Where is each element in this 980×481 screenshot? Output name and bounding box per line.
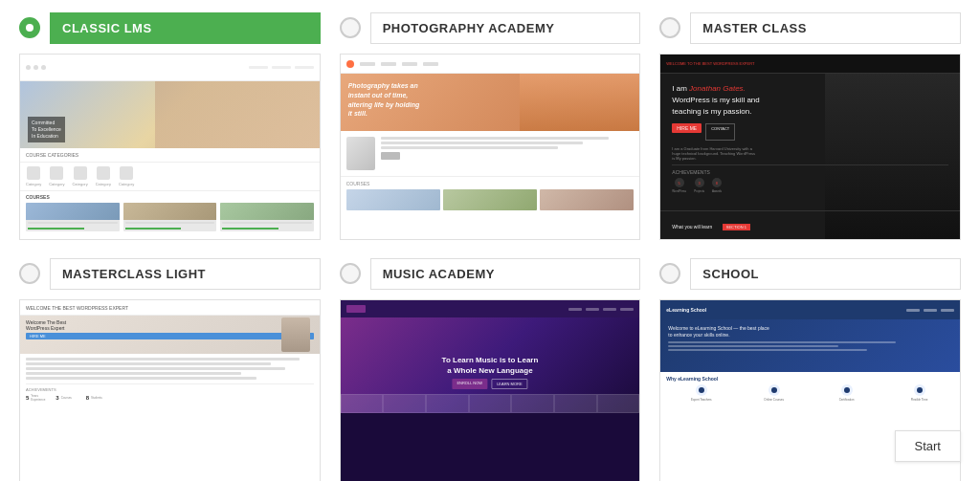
photo-courses-title: COURSES [346,181,635,186]
classic-course-2 [123,203,217,231]
master-icons-row: 5 WordPress 3 Projects 8 Awards [672,178,948,193]
school-logo: eLearning School [666,307,706,313]
master-achievements-label: ACHIEVEMENTS [672,169,948,175]
master-bottom-text: What you will learn [672,224,712,230]
template-label-photography-academy[interactable]: PHOTOGRAPHY ACADEMY [370,12,641,44]
school-hero-lines [668,341,952,351]
radio-master-class[interactable] [659,17,680,38]
photo-founder-section [341,131,640,177]
music-learn-button: LEARN MORE [491,379,527,389]
photo-signature [381,152,400,160]
mclight-ach-2: 3 Courses [56,394,79,402]
template-header-master-class: MASTER CLASS [659,10,961,46]
mclight-ach-1: 5 Years Experience [26,394,50,402]
school-hero: Welcome to eLearning School — the best p… [660,319,960,372]
classic-categories-label: COURSE CATEGORIES [20,148,320,163]
master-bottom: What you will learn SECTION 1 [660,210,960,236]
radio-photography-academy[interactable] [340,17,361,38]
school-feature-4: Flexible Time [884,384,954,402]
school-why-title: Why eLearning School [666,376,954,382]
mclight-hero-title: Welcome The BestWordPress Expert [26,319,314,331]
template-header-school: SCHOOL [659,255,961,292]
radio-masterclass-light[interactable] [19,263,40,284]
mclight-hero: Welcome The BestWordPress Expert HIRE ME [20,316,320,354]
music-logo [346,305,366,313]
photo-courses-section: COURSES [341,177,640,214]
mclight-hire-button: HIRE ME [26,333,314,339]
mclight-hero-content: Welcome The BestWordPress Expert HIRE ME [20,316,320,343]
music-enroll-button: ENROLL NOW [452,379,487,389]
template-label-music-academy[interactable]: MUSIC ACADEMY [370,258,641,290]
template-preview-master-class: WELCOME TO THE BEST WORDPRESS EXPERT I a… [659,54,961,240]
start-button[interactable]: Start [895,430,961,462]
school-nav [710,309,954,312]
template-header-masterclass-light: MASTERCLASS LIGHT [19,255,321,292]
template-item-photography-academy[interactable]: PHOTOGRAPHY ACADEMY Photography takes an… [340,10,641,240]
template-item-music-academy[interactable]: MUSIC ACADEMY To Learn Music is to Learn… [340,255,641,481]
mclight-achievements-row: 5 Years Experience 3 Courses 8 Students [26,394,314,402]
classic-course-1 [26,203,120,231]
template-label-masterclass-light[interactable]: MASTERCLASS LIGHT [50,258,321,290]
template-item-masterclass-light[interactable]: MASTERCLASS LIGHT WELCOME THE BEST WORDP… [19,255,321,481]
classic-course-3 [220,203,314,231]
template-label-school[interactable]: SCHOOL [690,258,961,290]
radio-school[interactable] [659,263,680,284]
master-content: I am Jonathan Gates. WordPress is my ski… [660,74,960,210]
mclight-ach-3: 8 Students [86,394,110,402]
template-label-classic-lms[interactable]: CLASSIC LMS [50,12,321,44]
template-preview-classic-lms: Committed To Excellence In Education COU… [19,54,321,240]
template-header-music-academy: MUSIC ACADEMY [340,255,641,292]
music-buttons: ENROLL NOW LEARN MORE [452,379,527,389]
master-section-badge: SECTION 1 [723,224,750,230]
photo-logo [346,60,354,68]
school-features-grid: Expert Teachers Online Courses Certifica… [666,384,954,402]
photo-founder-text [381,137,635,170]
music-hero-text: To Learn Music is to Learn a Whole New L… [433,355,548,376]
mclight-achievements-label: ACHIEVEMENTS [26,387,314,392]
template-preview-photography-academy: Photography takes aninstant out of time,… [340,54,641,240]
school-why-section: Why eLearning School Expert Teachers Onl… [660,372,960,405]
radio-classic-lms[interactable] [19,17,40,38]
music-header [341,300,640,317]
music-hero: To Learn Music is to Learn a Whole New L… [341,317,640,413]
photo-course-3 [540,189,634,210]
classic-courses-label: COURSES [20,191,320,203]
master-achievement-1: 5 WordPress [672,178,686,193]
school-feature-3: Certification [812,384,881,402]
school-feature-1: Expert Teachers [666,384,736,402]
school-header: eLearning School [660,300,960,319]
template-preview-masterclass-light: WELCOME THE BEST WORDPRESS EXPERT Welcom… [19,299,321,481]
template-grid: CLASSIC LMS Committed To Excellence In E… [0,0,980,481]
mclight-header: WELCOME THE BEST WORDPRESS EXPERT [20,300,320,316]
photo-hero: Photography takes aninstant out of time,… [341,74,640,131]
master-name: Jonathan Gates. [689,84,746,93]
classic-hero-text: Committed To Excellence In Education [28,117,65,142]
start-button-container: Start [895,430,961,462]
template-item-master-class[interactable]: MASTER CLASS WELCOME TO THE BEST WORDPRE… [659,10,961,240]
mclight-text-lines [26,358,314,380]
photo-hero-text: Photography takes aninstant out of time,… [348,81,420,119]
template-item-classic-lms[interactable]: CLASSIC LMS Committed To Excellence In E… [19,10,321,240]
template-preview-music-academy: To Learn Music is to Learn a Whole New L… [340,299,641,481]
master-tagline: I am Jonathan Gates. WordPress is my ski… [672,83,948,118]
master-button: HIRE ME [672,123,702,133]
template-header-classic-lms: CLASSIC LMS [19,10,321,46]
piano-keys [341,394,640,413]
master-achievement-2: 3 Projects [694,178,704,193]
template-header-photography-academy: PHOTOGRAPHY ACADEMY [340,10,641,46]
template-label-master-class[interactable]: MASTER CLASS [690,12,961,44]
mclight-hero-person [281,317,310,352]
photo-course-1 [346,189,440,210]
classic-courses-grid [20,203,320,235]
photo-nav [360,62,438,66]
radio-music-academy[interactable] [340,263,361,284]
school-feature-2: Online Courses [739,384,809,402]
classic-icons-row: Category Category Category Category Cate… [20,163,320,191]
photo-header [341,55,640,74]
school-hero-text: Welcome to eLearning School — the best p… [668,325,952,339]
photo-founder-image [346,137,375,170]
photo-courses-grid [346,189,635,210]
master-achievement-3: 8 Awards [712,178,722,193]
mclight-achievements: ACHIEVEMENTS 5 Years Experience 3 Course… [26,383,314,402]
mclight-body: ACHIEVEMENTS 5 Years Experience 3 Course… [20,354,320,405]
